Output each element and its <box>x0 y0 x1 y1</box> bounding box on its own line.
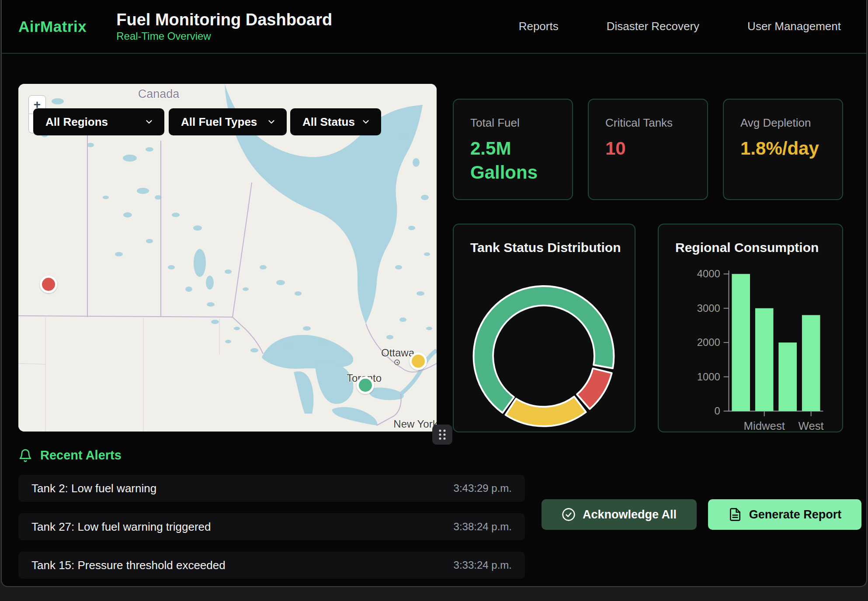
x-tick-label-west: West <box>799 420 824 432</box>
recent-alerts-header: Recent Alerts <box>18 448 122 463</box>
recent-alerts-title: Recent Alerts <box>40 448 122 463</box>
nav-user-management[interactable]: User Management <box>747 20 841 33</box>
check-circle-icon <box>562 508 576 522</box>
kpi-label-critical-tanks: Critical Tanks <box>605 116 707 130</box>
map-resize-handle[interactable] <box>432 425 452 445</box>
filter-fuel-types[interactable]: All Fuel Types <box>169 108 287 135</box>
filter-regions[interactable]: All Regions <box>33 108 164 135</box>
acknowledge-all-button[interactable]: Acknowledge All <box>542 499 697 530</box>
drag-dots-icon <box>436 427 449 442</box>
chevron-down-icon <box>361 117 371 127</box>
kpi-row: Total Fuel2.5M GallonsCritical Tanks10Av… <box>453 99 843 200</box>
kpi-label-total-fuel: Total Fuel <box>470 116 572 130</box>
filter-status[interactable]: All Status <box>290 108 381 135</box>
chevron-down-icon <box>144 117 154 127</box>
y-tick-label: 3000 <box>697 302 720 314</box>
donut-segment-warning <box>506 397 586 426</box>
alert-row-0[interactable]: Tank 2: Low fuel warning3:43:29 p.m. <box>18 475 525 502</box>
y-tick-label: 4000 <box>697 268 720 280</box>
filter-fuel-types-value: All Fuel Types <box>181 115 257 129</box>
chevron-down-icon <box>267 117 276 127</box>
tank-marker-critical[interactable] <box>40 276 57 293</box>
y-tick-label: 1000 <box>697 371 720 383</box>
ottawa-city-symbol <box>394 359 400 365</box>
app-logo: AirMatrix <box>18 18 87 35</box>
tank-marker-warning[interactable] <box>410 352 427 370</box>
filter-status-value: All Status <box>302 115 355 129</box>
alert-time: 3:33:24 p.m. <box>454 559 512 571</box>
alert-text: Tank 15: Pressure threshold exceeded <box>31 559 226 572</box>
alert-list: Tank 2: Low fuel warning3:43:29 p.m.Tank… <box>18 475 525 587</box>
regional-consumption-bar-chart: 01000200030004000MidwestWest <box>659 225 842 432</box>
bar-West <box>802 315 820 411</box>
regional-consumption-card: Regional Consumption 01000200030004000Mi… <box>658 224 843 432</box>
kpi-value-critical-tanks: 10 <box>605 137 691 161</box>
nav-reports[interactable]: Reports <box>519 20 559 33</box>
page-title: Fuel Monitoring Dashboard <box>116 10 332 29</box>
page-subtitle: Real-Time Overview <box>116 30 332 42</box>
kpi-card-total-fuel: Total Fuel2.5M Gallons <box>453 99 573 200</box>
alert-text: Tank 2: Low fuel warning <box>31 482 156 495</box>
map-label-ottawa: Ottawa <box>381 347 414 359</box>
report-document-icon <box>728 508 742 522</box>
app-frame: AirMatrix Fuel Monitoring Dashboard Real… <box>1 0 867 587</box>
main-nav: ReportsDisaster RecoveryUser Management <box>519 20 841 33</box>
y-tick-label: 0 <box>714 405 720 417</box>
x-tick-label-midwest: Midwest <box>743 420 785 432</box>
kpi-value-avg-depletion: 1.8%/​day <box>740 137 826 161</box>
filter-regions-value: All Regions <box>45 115 108 129</box>
bar-region-3 <box>778 342 797 411</box>
acknowledge-all-label: Acknowledge All <box>583 508 677 522</box>
alert-time: 3:43:29 p.m. <box>454 482 512 494</box>
app-header: AirMatrix Fuel Monitoring Dashboard Real… <box>2 0 866 54</box>
bell-icon <box>18 449 32 463</box>
tank-marker-normal[interactable] <box>357 376 374 394</box>
kpi-label-avg-depletion: Avg Depletion <box>740 116 842 130</box>
nav-disaster-recovery[interactable]: Disaster Recovery <box>607 20 699 33</box>
alert-row-1[interactable]: Tank 27: Low fuel warning triggered3:38:… <box>18 513 525 540</box>
y-tick-label: 2000 <box>697 336 720 348</box>
alert-text: Tank 27: Low fuel warning triggered <box>31 520 211 534</box>
fuel-monitoring-dashboard: AirMatrix Fuel Monitoring Dashboard Real… <box>0 0 868 601</box>
title-block: Fuel Monitoring Dashboard Real-Time Over… <box>116 10 332 43</box>
map[interactable]: CanadaOttawaTorontoNew York + − All Regi… <box>18 84 437 432</box>
generate-report-label: Generate Report <box>749 508 842 522</box>
tank-status-donut-chart <box>454 225 635 432</box>
kpi-card-avg-depletion: Avg Depletion1.8%/​day <box>723 99 843 200</box>
alert-time: 3:38:24 p.m. <box>454 521 512 533</box>
map-label-new-york: New York <box>393 418 437 430</box>
generate-report-button[interactable]: Generate Report <box>708 499 861 530</box>
tank-status-card: Tank Status Distribution <box>453 224 635 432</box>
bar-Midwest <box>755 308 774 411</box>
bar-region-1 <box>732 274 750 411</box>
alert-row-2[interactable]: Tank 15: Pressure threshold exceeded3:33… <box>18 552 525 579</box>
donut-segment-critical <box>577 368 612 409</box>
kpi-card-critical-tanks: Critical Tanks10 <box>588 99 708 200</box>
kpi-value-total-fuel: 2.5M Gallons <box>470 137 556 184</box>
map-label-canada: Canada <box>138 87 180 101</box>
